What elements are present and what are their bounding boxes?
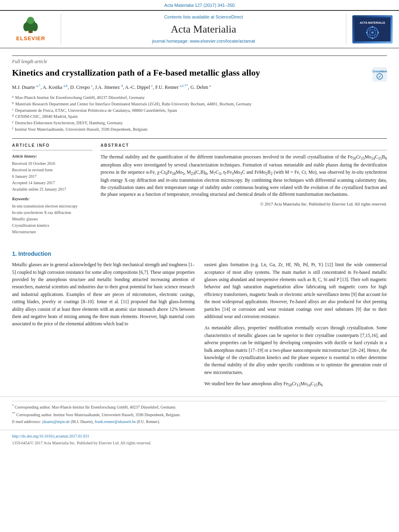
abstract-copyright: © 2017 Acta Materialia Inc. Published by…	[101, 201, 387, 207]
intro-two-col: Metallic glasses are in general acknowle…	[12, 261, 387, 388]
keyword-3: Metallic glasses	[12, 216, 93, 222]
svg-point-14	[372, 26, 373, 28]
article-info-header: ARTICLE INFO	[12, 143, 93, 150]
elsevier-logo-area: ELSEVIER	[5, 14, 61, 44]
intro-text-col2: easiest glass formation (e.g. Ln, Ga, Zr…	[204, 261, 387, 320]
footer-copyright: 1359-6454/© 2017 Acta Materialia Inc. Pu…	[12, 440, 387, 446]
svg-point-13	[377, 32, 379, 33]
svg-text:CrossMark: CrossMark	[372, 70, 387, 73]
svg-point-11	[371, 31, 374, 34]
intro-text-col1: Metallic glasses are in general acknowle…	[12, 261, 195, 328]
intro-text-col2-p3: We studied here the base amorphous alloy…	[204, 380, 387, 388]
abstract-header: ABSTRACT	[101, 143, 387, 150]
intro-col-2: easiest glass formation (e.g. Ln, Ga, Zr…	[204, 261, 387, 388]
email-link-1[interactable]: jduarte@mpie.de	[42, 419, 70, 424]
intro-title: 1. Introduction	[12, 250, 387, 258]
accepted-date: Accepted 14 January 2017	[12, 180, 93, 186]
svg-point-15	[372, 37, 373, 39]
footnote-email: E-mail addresses: jduarte@mpie.de (M.J. …	[12, 419, 387, 425]
journal-logo-area: ACTA MATERIALIA	[346, 14, 394, 44]
revised-date: 6 January 2017	[12, 174, 93, 179]
intro-col-1: Metallic glasses are in general acknowle…	[12, 261, 195, 388]
svg-point-4	[27, 17, 34, 24]
email-link-2[interactable]: frank.renner@uhasselt.be	[95, 419, 136, 424]
info-abstract-section: ARTICLE INFO Article history: Received 1…	[12, 138, 387, 236]
footnotes-area: * Corresponding author. Max-Planck-Insti…	[0, 396, 399, 430]
article-title: Kinetics and crystallization path of a F…	[12, 67, 368, 79]
svg-point-3	[32, 23, 38, 32]
affiliations: aMax-Planck Institut für Eisenforschung …	[12, 94, 387, 133]
keyword-2: In-situ synchrotron X-ray diffraction	[12, 210, 93, 216]
title-crossmark-row: Kinetics and crystallization path of a F…	[12, 67, 387, 83]
bottom-bar: http://dx.doi.org/10.1016/j.actamat.2017…	[0, 430, 399, 448]
journal-title-area: Contents lists available at ScienceDirec…	[65, 14, 342, 44]
doi-link[interactable]: http://dx.doi.org/10.1016/j.actamat.2017…	[12, 433, 387, 439]
journal-logo-box: ACTA MATERIALIA	[352, 15, 393, 43]
article-body: Full length article Kinetics and crystal…	[0, 48, 399, 244]
journal-title: Acta Materialia	[171, 22, 236, 37]
main-content: 1. Introduction Metallic glasses are in …	[0, 250, 399, 396]
top-journal-link: Acta Materialia 127 (2017) 341–350	[0, 0, 399, 10]
footnote-1: * Corresponding author. Max-Planck-Insti…	[12, 404, 387, 410]
online-date: Available online 25 January 2017	[12, 187, 93, 192]
keyword-5: Microstructure	[12, 229, 93, 235]
journal-volume-info: Acta Materialia 127 (2017) 341–350	[165, 3, 235, 8]
svg-text:✓: ✓	[378, 74, 381, 79]
article-info-col: ARTICLE INFO Article history: Received 1…	[12, 143, 93, 236]
authors-line: M.J. Duarte a,*, A. Kostka a,b, D. Cresp…	[12, 83, 387, 91]
elsevier-tree-icon	[19, 16, 43, 34]
intro-text-col2-p2: As metastable alloys, properties' modifi…	[204, 324, 387, 376]
abstract-text: The thermal stability and the quantifica…	[101, 154, 387, 199]
article-history-label: Article history:	[12, 154, 93, 159]
keyword-1: In-situ transmission electron microscopy	[12, 203, 93, 209]
svg-point-12	[366, 32, 368, 33]
svg-text:ACTA MATERIALIA: ACTA MATERIALIA	[360, 21, 385, 24]
received-date: Received 10 October 2016	[12, 161, 93, 166]
elsevier-logo: ELSEVIER	[16, 16, 45, 42]
keyword-4: Crystallization kinetics	[12, 223, 93, 228]
divider-1	[12, 55, 387, 56]
journal-homepage: journal homepage: www.elsevier.com/locat…	[152, 38, 255, 44]
crossmark-badge-icon: CrossMark ✓	[372, 67, 387, 82]
page-wrapper: Acta Materialia 127 (2017) 341–350 ELSEV…	[0, 0, 399, 448]
article-type: Full length article	[12, 58, 387, 65]
svg-rect-5	[29, 31, 33, 33]
footnote-2: ** Corresponding author. Institut Voor M…	[12, 411, 387, 418]
abstract-col: ABSTRACT The thermal stability and the q…	[101, 143, 387, 236]
elsevier-brand-text: ELSEVIER	[16, 35, 45, 42]
revised-label: Received in revised form	[12, 167, 93, 173]
journal-header: ELSEVIER Contents lists available at Sci…	[0, 10, 399, 48]
svg-point-2	[23, 23, 29, 32]
contents-availability: Contents lists available at ScienceDirec…	[164, 14, 243, 20]
keywords-label: Keywords:	[12, 196, 93, 202]
